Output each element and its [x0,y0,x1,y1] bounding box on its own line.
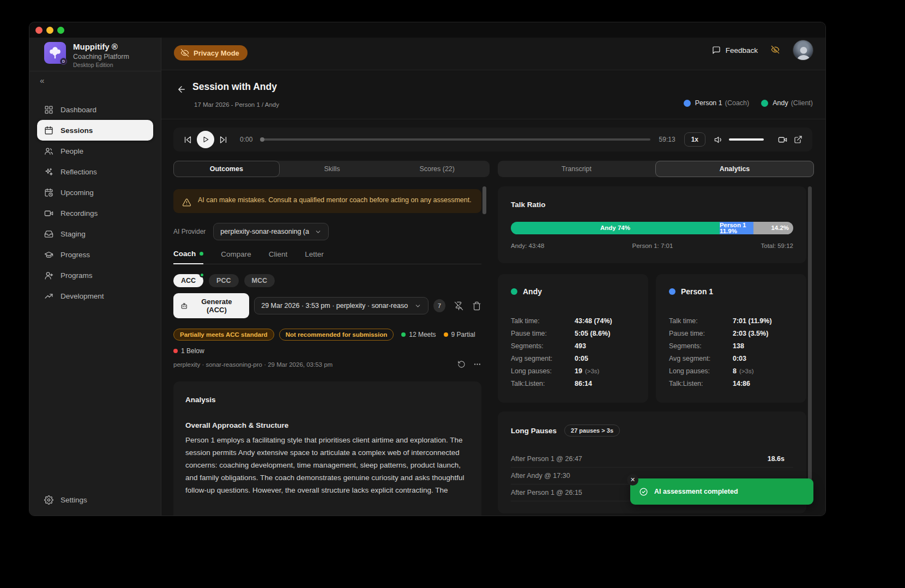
close-window-button[interactable] [35,27,43,34]
sidebar-item-label: Dashboard [61,106,96,114]
sidebar-item-staging[interactable]: Staging [37,223,153,244]
meta-actions [457,360,481,368]
page-title: Session with Andy [192,81,277,93]
skip-back-button[interactable] [183,135,192,144]
speaker-dot [669,288,675,295]
sidebar-item-sessions[interactable]: Sessions [37,120,153,141]
tab-outcomes[interactable]: Outcomes [173,161,280,177]
sidebar-item-people[interactable]: People [37,141,153,161]
play-icon [202,136,209,143]
left-panel-scrollbar[interactable] [482,186,486,214]
tab-transcript[interactable]: Transcript [498,161,655,177]
sidebar-item-label: Development [61,292,104,300]
user-avatar[interactable] [793,40,813,60]
ai-provider-select[interactable]: perplexity-sonar-reasoning (a [213,223,329,240]
tab-client[interactable]: Client [269,250,288,264]
sidebar-item-progress[interactable]: Progress [37,244,153,265]
privacy-toggle-button[interactable] [771,45,780,56]
sidebar-item-reflections[interactable]: Reflections [37,161,153,182]
minimize-window-button[interactable] [46,27,53,34]
privacy-mode-badge[interactable]: Privacy Mode [174,45,248,60]
sidebar-item-settings[interactable]: Settings [37,489,153,510]
stat-row: Avg segment:0:03 [669,352,793,365]
pin-off-icon [454,301,463,311]
right-panel-scrollbar[interactable] [808,186,812,481]
sidebar-item-recordings[interactable]: Recordings [37,203,153,223]
warning-triangle-icon [182,198,191,207]
toast-notification: ✕ AI assessment completed [630,478,813,505]
partial-dot [444,332,448,337]
zoom-window-button[interactable] [57,27,64,34]
legend-person1: Person 1: 7:01 [632,243,673,249]
back-button[interactable] [177,84,186,96]
tab-coach[interactable]: Coach [173,250,203,264]
calendar-icon [44,126,53,135]
check-circle-icon [639,487,648,496]
participant-role: (Coach) [725,99,749,107]
outcomes-panel: AI can make mistakes. Consult a qualifie… [173,189,481,516]
generate-button[interactable]: Generate (ACC) [173,293,249,318]
stat-row: Long pauses:8(>3s) [669,365,793,377]
level-pcc-button[interactable]: PCC [209,274,238,287]
sidebar-collapse-button[interactable]: « [40,76,44,85]
version-value: 29 Mar 2026 · 3:53 pm · perplexity · son… [261,302,408,310]
version-select[interactable]: 29 Mar 2026 · 3:53 pm · perplexity · son… [254,297,429,314]
users-icon [44,271,53,280]
video-toggle-button[interactable] [778,135,787,144]
participant-name: Andy [773,99,788,107]
recommendation-badge: Not recommended for submission [279,329,394,341]
video-icon [44,209,53,218]
analytics-panel: Talk Ratio Andy 74% Person 1 11.9% 14.2%… [498,186,806,513]
tab-scores[interactable]: Scores (22) [384,161,490,177]
pause-row: After Person 1 @ 26:4718.6s [511,451,793,468]
tab-skills[interactable]: Skills [280,161,385,177]
delete-button[interactable] [472,301,481,311]
main-area: Privacy Mode Feedback Session with Andy [161,22,825,516]
level-mcc-button[interactable]: MCC [244,274,275,287]
speaker-icon[interactable] [714,135,723,144]
generation-meta: perplexity · sonar-reasoning-pro · 29 Ma… [173,361,333,368]
skip-forward-button[interactable] [219,135,228,144]
stat-row: Talk:Listen:14:86 [669,377,793,390]
sidebar-item-upcoming[interactable]: Upcoming [37,182,153,203]
level-label: ACC [181,277,196,284]
regenerate-button[interactable] [457,360,466,368]
tab-compare[interactable]: Compare [221,250,251,264]
more-options-button[interactable] [473,360,481,368]
refresh-icon [457,360,466,368]
feedback-button[interactable]: Feedback [712,46,758,54]
volume-slider[interactable] [729,138,764,141]
stat-row: Segments:493 [511,340,635,352]
speaker-header: Person 1 [669,287,793,296]
ai-warning-banner: AI can make mistakes. Consult a qualifie… [173,189,481,213]
below-label: 1 Below [181,347,204,355]
segment-label: Person 1 11.9% [720,222,753,234]
inbox-icon [44,229,53,239]
sidebar-item-programs[interactable]: Programs [37,265,153,286]
play-button[interactable] [197,131,214,148]
app-subtitle: Coaching Platform [73,53,129,60]
participant-name: Person 1 [695,99,722,107]
sidebar-item-label: Progress [61,251,90,259]
topbar-right: Feedback [712,40,813,60]
skip-back-icon [183,135,192,144]
playback-speed-button[interactable]: 1x [684,132,705,147]
tab-analytics[interactable]: Analytics [655,161,814,177]
assessment-badges: Partially meets ACC standard Not recomme… [173,329,481,341]
calendar-clock-icon [44,188,53,197]
speaker-card-person1: Person 1 Talk time:7:01 (11.9%) Pause ti… [656,274,806,403]
sidebar-divider [29,71,161,71]
window-titlebar [29,22,825,38]
arrow-left-icon [177,84,186,94]
tab-letter[interactable]: Letter [305,250,324,264]
sidebar-item-dashboard[interactable]: Dashboard [37,99,153,120]
sidebar-item-development[interactable]: Development [37,286,153,306]
people-icon [44,147,53,156]
unpin-button[interactable] [454,301,463,311]
open-external-button[interactable] [794,135,803,144]
level-acc-button[interactable]: ACC [173,274,203,287]
seek-bar[interactable] [260,138,650,141]
toast-close-button[interactable]: ✕ [627,474,638,486]
analysis-body: Person 1 employs a facilitating style th… [185,434,469,496]
credential-level-row: ACC PCC MCC [173,274,481,287]
